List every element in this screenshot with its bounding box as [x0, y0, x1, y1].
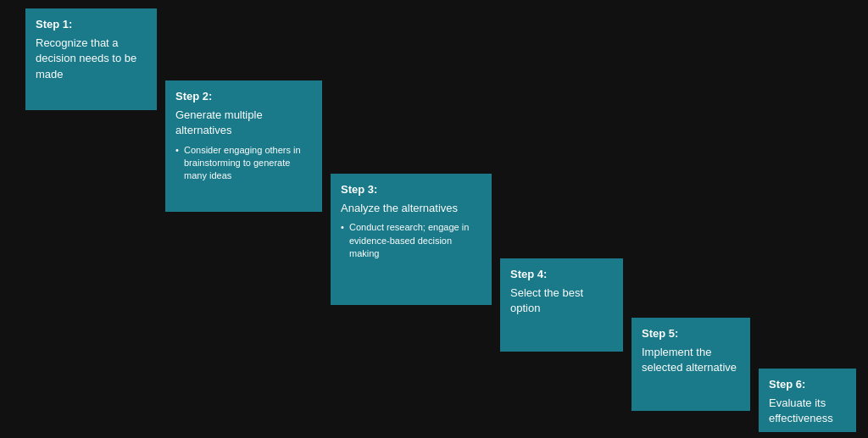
step-1-title: Recognize that a decision needs to be ma… [36, 36, 147, 82]
step-4-box: Step 4: Select the best option [500, 258, 623, 352]
step-2-bullet-1: Consider engaging others in brainstormin… [175, 144, 312, 183]
step-2-box: Step 2: Generate multiple alternatives C… [165, 80, 322, 212]
diagram-container: Step 1: Recognize that a decision needs … [0, 0, 868, 438]
step-6-label: Step 6: [769, 377, 846, 392]
step-4-title: Select the best option [510, 286, 613, 316]
step-3-title: Analyze the alternatives [341, 201, 481, 216]
step-2-title: Generate multiple alternatives [175, 108, 312, 138]
step-5-label: Step 5: [642, 326, 740, 341]
step-3-label: Step 3: [341, 182, 481, 197]
step-6-box: Step 6: Evaluate its effectiveness [759, 369, 856, 432]
step-3-bullet-1: Conduct research; engage in evidence-bas… [341, 221, 481, 260]
step-1-label: Step 1: [36, 17, 147, 32]
step-2-bullets: Consider engaging others in brainstormin… [175, 144, 312, 183]
step-5-box: Step 5: Implement the selected alternati… [632, 318, 750, 411]
step-3-box: Step 3: Analyze the alternatives Conduct… [331, 174, 492, 305]
step-5-title: Implement the selected alternative [642, 345, 740, 375]
step-2-label: Step 2: [175, 89, 312, 104]
step-1-box: Step 1: Recognize that a decision needs … [25, 8, 157, 110]
step-4-label: Step 4: [510, 267, 613, 282]
step-6-title: Evaluate its effectiveness [769, 396, 846, 426]
step-3-bullets: Conduct research; engage in evidence-bas… [341, 221, 481, 260]
